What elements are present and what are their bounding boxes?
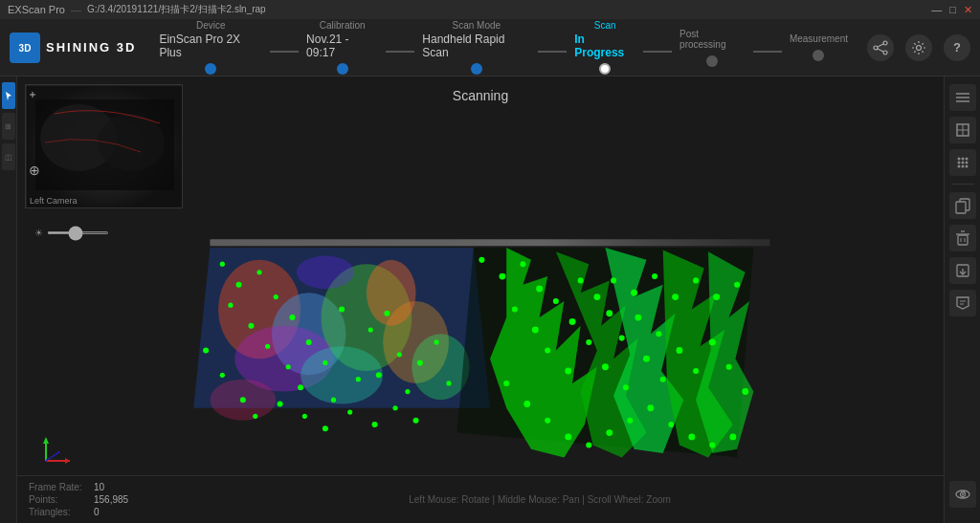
mesh-view-button[interactable] [949, 117, 976, 143]
svg-point-52 [253, 414, 257, 419]
svg-point-95 [593, 294, 600, 300]
step-measurement-dot [813, 50, 824, 61]
left-tool-cursor[interactable] [2, 82, 15, 109]
export-button[interactable] [949, 257, 976, 284]
texture-icon [954, 154, 971, 171]
points-row: Points: 156,985 [29, 494, 128, 505]
left-tool-2[interactable]: ◫ [2, 143, 15, 170]
svg-point-118 [965, 158, 968, 161]
svg-point-67 [569, 318, 576, 325]
svg-point-33 [265, 344, 270, 349]
minimize-button[interactable]: — [931, 4, 942, 16]
svg-point-69 [565, 368, 571, 375]
svg-point-39 [356, 377, 361, 381]
svg-line-6 [878, 49, 883, 52]
svg-marker-106 [65, 458, 70, 464]
svg-point-56 [347, 409, 352, 414]
svg-point-62 [520, 261, 525, 267]
close-button[interactable]: ✕ [964, 4, 972, 16]
workflow-step-calibration[interactable]: Calibration Nov.21 - 09:17 [299, 20, 386, 75]
svg-point-74 [623, 384, 629, 390]
settings-button[interactable] [905, 34, 932, 61]
step-post-dot [706, 55, 718, 67]
step-measurement-label: Measurement [790, 33, 848, 44]
workflow-step-device[interactable]: Device EinScan Pro 2X Plus [151, 20, 270, 75]
svg-point-71 [606, 310, 612, 316]
svg-point-31 [274, 294, 278, 299]
scan-visualization [56, 153, 924, 466]
svg-point-47 [434, 339, 438, 344]
texture-view-button[interactable] [949, 149, 976, 176]
svg-point-46 [417, 360, 423, 365]
header: 3D SHINING 3D Device EinScan Pro 2X Plus… [0, 19, 980, 76]
svg-point-96 [611, 277, 616, 283]
svg-point-121 [965, 162, 968, 164]
svg-point-64 [512, 306, 518, 312]
svg-point-4 [883, 51, 887, 54]
step-scanmode-label: Scan Mode [453, 20, 501, 31]
svg-point-61 [499, 273, 505, 280]
step-scanmode-value: Handheld Rapid Scan [422, 33, 530, 59]
point-cloud-view-button[interactable] [949, 84, 976, 111]
svg-point-93 [729, 433, 736, 440]
triangles-label: Triangles: [29, 507, 86, 517]
workflow-step-scanmode[interactable]: Scan Mode Handheld Rapid Scan [414, 20, 538, 75]
points-label: Points: [29, 494, 86, 505]
step-calibration-value: Nov.21 - 09:17 [306, 33, 378, 59]
svg-point-37 [298, 384, 303, 390]
step-device-value: EinScan Pro 2X Plus [159, 33, 262, 59]
svg-rect-15 [210, 239, 769, 246]
titlebar-controls: — □ ✕ [931, 4, 972, 16]
delete-button[interactable] [949, 225, 976, 251]
svg-point-36 [323, 360, 327, 365]
left-tool-1[interactable]: ⊞ [2, 113, 15, 140]
svg-point-81 [742, 388, 748, 395]
points-value: 156,985 [94, 494, 128, 505]
zoom-plus-icon[interactable]: ⊕ [29, 163, 40, 178]
triangles-value: 0 [94, 507, 100, 517]
svg-point-59 [413, 418, 419, 424]
app-name: EXScan Pro [8, 4, 65, 15]
svg-point-104 [656, 331, 661, 337]
right-separator-1 [951, 184, 974, 185]
svg-point-86 [586, 442, 591, 447]
svg-point-63 [536, 286, 543, 293]
svg-point-75 [643, 356, 650, 362]
workflow-step-postprocessing[interactable]: Post processing [672, 29, 753, 67]
connector-4 [643, 51, 672, 53]
svg-point-99 [672, 294, 679, 300]
visibility-button[interactable] [949, 481, 976, 508]
viewport[interactable]: Left Camera ☀ ⊕ Scanning [17, 76, 944, 523]
svg-rect-127 [958, 235, 968, 245]
svg-point-49 [240, 397, 246, 403]
step-device-dot [205, 63, 216, 75]
svg-point-90 [668, 422, 674, 427]
svg-point-54 [302, 414, 307, 419]
titlebar: EXScan Pro — G:/3.4/20191121/扫描卡2/扫描卡2.s… [0, 0, 980, 19]
svg-line-5 [878, 44, 883, 47]
process-button[interactable] [949, 290, 976, 316]
svg-point-94 [578, 277, 584, 283]
svg-point-83 [523, 401, 530, 407]
share-button[interactable] [867, 34, 894, 61]
svg-point-53 [278, 401, 283, 406]
svg-point-124 [965, 165, 968, 168]
svg-point-50 [220, 373, 225, 378]
maximize-button[interactable]: □ [949, 4, 956, 16]
svg-point-40 [339, 306, 345, 312]
svg-point-60 [479, 257, 484, 263]
workflow-step-measurement[interactable]: Measurement [782, 33, 856, 61]
copy-button[interactable] [949, 192, 976, 219]
workflow-step-scan[interactable]: Scan In Progress [567, 20, 643, 75]
svg-point-68 [545, 348, 550, 354]
connector-5 [753, 51, 782, 53]
axis-svg [36, 432, 75, 470]
brightness-icon: ☀ [34, 228, 43, 238]
svg-point-42 [384, 311, 390, 316]
svg-point-100 [693, 277, 699, 283]
svg-point-25 [412, 334, 469, 400]
frame-rate-row: Frame Rate: 10 [29, 482, 128, 492]
svg-point-122 [957, 165, 960, 168]
help-button[interactable]: ? [944, 34, 970, 61]
svg-point-51 [203, 348, 209, 354]
